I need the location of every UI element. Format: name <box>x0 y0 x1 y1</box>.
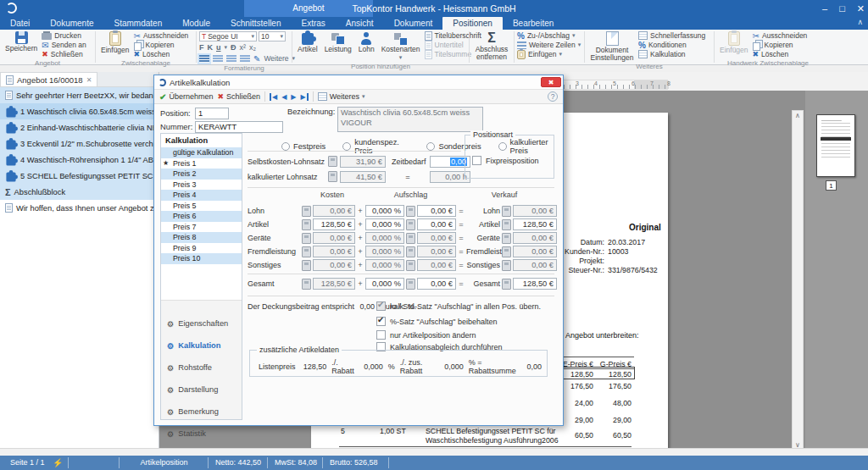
radio-kundenspez[interactable]: kundenspez. Preis <box>342 138 409 155</box>
radio-festpreis[interactable]: Festpreis <box>281 142 326 151</box>
calculator-icon[interactable] <box>406 279 415 290</box>
list-item[interactable]: 4 Waschtisch-Röhrensiphon 1 1/4" ABS ver… <box>0 152 159 168</box>
font-size-select[interactable]: 10▾ <box>259 31 286 41</box>
tab-stammdaten[interactable]: Stammdaten <box>104 17 173 30</box>
maximize-button[interactable]: □ <box>839 0 845 17</box>
tab-datei[interactable]: Datei <box>0 17 40 30</box>
list-item[interactable]: 1 Waschtisch clivia 60.5x48.5cm weiss VI… <box>0 103 159 119</box>
leistung-button[interactable]: Leistung <box>322 30 354 54</box>
nummer-field[interactable]: KERAWTT <box>195 121 283 133</box>
schnellerfassung-button[interactable]: Schnellerfassung <box>638 31 705 40</box>
calculator-icon[interactable] <box>502 260 511 271</box>
nav-statistik[interactable]: ⚙Statistik <box>161 423 242 445</box>
bold-button[interactable]: F <box>199 43 204 52</box>
list-item[interactable]: 3 Eckventil 1/2" m.Schubrosette verchrom… <box>0 135 159 152</box>
konditionen-button[interactable]: Konditionen <box>638 41 705 49</box>
calculator-icon[interactable] <box>302 233 311 244</box>
price-list-item[interactable]: Preis 6 <box>161 211 242 222</box>
next-record-button[interactable]: ▶ <box>291 93 296 101</box>
price-list-item[interactable]: Preis 4 <box>161 190 242 201</box>
first-record-button[interactable]: ◀ <box>270 93 277 101</box>
save-button[interactable]: Speichern <box>3 30 40 53</box>
price-list-item[interactable]: Preis 2 <box>161 169 242 180</box>
tab-bearbeiten[interactable]: Bearbeiten <box>503 17 564 30</box>
align-left-button[interactable] <box>199 55 209 63</box>
calculator-icon[interactable] <box>406 260 415 271</box>
kostenarten-button[interactable]: Kostenarten▾ <box>379 30 423 62</box>
calculator-icon[interactable] <box>302 246 311 257</box>
list-item[interactable]: 2 Einhand-Waschtischbatterie clivia NEU … <box>0 119 159 135</box>
calculator-icon[interactable] <box>302 206 311 217</box>
calculator-icon[interactable] <box>406 233 415 244</box>
send-button[interactable]: Senden an <box>42 41 86 49</box>
close-button[interactable]: ✕ <box>857 0 865 17</box>
align-right-button[interactable] <box>226 55 236 63</box>
price-list-item[interactable]: ★Preis 1 <box>161 158 242 169</box>
weitere-zeilen-button[interactable]: Weitere Zeilen▾ <box>517 41 581 49</box>
list-item[interactable]: ΣAbschlußblock <box>0 184 159 200</box>
tab-schnittstellen[interactable]: Schnittstellen <box>220 17 291 30</box>
copy-button[interactable]: Kopieren <box>134 41 189 49</box>
dokument-einstellungen-button[interactable]: Dokument Einstellungen <box>587 30 637 62</box>
calculator-icon[interactable] <box>328 171 337 182</box>
apply-button[interactable]: ✔Übernehmen <box>159 92 213 102</box>
align-justify-button[interactable] <box>240 55 250 63</box>
handwerk-cut-button[interactable]: Ausschneiden <box>753 31 808 40</box>
close-document-button[interactable]: Schließen <box>42 50 86 58</box>
font-family-select[interactable]: TSegoe UI▾ <box>199 31 257 41</box>
nav-kalkulation[interactable]: ⚙Kalkulation <box>161 335 242 357</box>
tab-ansicht[interactable]: Ansicht <box>336 17 384 30</box>
kalk-lohnsatz-field[interactable]: 41,50 € <box>340 171 386 183</box>
price-list-item[interactable]: Preis 3 <box>161 180 242 191</box>
selbstkosten-field[interactable]: 31,90 € <box>340 156 386 168</box>
nav-rohstoffe[interactable]: ⚙Rohstoffe <box>161 357 242 379</box>
calculator-icon[interactable] <box>406 206 415 217</box>
tab-positionen[interactable]: Positionen <box>442 17 503 30</box>
price-list-item[interactable]: Preis 8 <box>161 232 242 243</box>
fixpreis-checkbox[interactable] <box>472 156 481 165</box>
strike-button[interactable]: Đ <box>231 43 236 52</box>
pen-icon[interactable] <box>253 54 260 64</box>
price-list-item[interactable]: Preis 9 <box>161 243 242 254</box>
calculator-icon[interactable] <box>502 219 511 230</box>
handwerk-copy-button[interactable]: Kopieren <box>753 41 808 49</box>
nav-darstellung[interactable]: ⚙Darstellung <box>161 379 242 401</box>
tab-close-icon[interactable]: ✕ <box>86 76 92 84</box>
calculator-icon[interactable] <box>502 206 511 217</box>
price-list-item[interactable]: gültige Kalkulation <box>161 147 242 158</box>
superscript-button[interactable]: x² <box>240 43 247 52</box>
abschluss-entfernen-button[interactable]: Abschluss entfernen <box>472 30 511 61</box>
underline-button[interactable]: u <box>216 43 221 52</box>
artikel-button[interactable]: Artikel <box>295 30 320 54</box>
calculator-icon[interactable] <box>406 246 415 257</box>
position-field[interactable]: 1 <box>195 108 229 119</box>
tab-extras[interactable]: Extras <box>292 17 336 30</box>
align-center-button[interactable] <box>213 55 223 63</box>
zu-abschlag-button[interactable]: Zu-/Abschlag▾ <box>517 31 581 40</box>
calculator-icon[interactable] <box>502 279 511 290</box>
calculator-icon[interactable] <box>302 260 311 271</box>
subscript-button[interactable]: x₂ <box>249 43 256 52</box>
list-item[interactable]: Wir hoffen, dass Ihnen unser Angebot zus… <box>0 200 159 216</box>
calculator-icon[interactable] <box>502 246 511 257</box>
calculator-icon[interactable] <box>302 219 311 230</box>
checkbox-nur-artikel[interactable]: nur Artikelposition ändern <box>376 330 476 340</box>
dialog-close-action-button[interactable]: Schließen <box>217 92 260 101</box>
calculator-icon[interactable] <box>406 219 415 230</box>
einfuegen-zeilen-button[interactable]: Einfügen▾ <box>517 50 581 58</box>
calculator-icon[interactable] <box>502 233 511 244</box>
handwerk-delete-button[interactable]: Löschen <box>753 50 808 58</box>
document-tab[interactable]: Angebot 16/00018 ✕ <box>0 72 97 86</box>
dialog-close-button[interactable]: ✖ <box>541 77 561 87</box>
checkbox-uebernehmen[interactable]: kalk. %-Satz "Aufschlag" in allen Pos. ü… <box>376 301 541 311</box>
nav-bemerkung[interactable]: ⚙Bemerkung <box>161 401 242 423</box>
nav-eigenschaften[interactable]: ⚙Eigenschaften <box>161 312 242 335</box>
calculator-icon[interactable] <box>302 279 311 290</box>
weiteres-menu-button[interactable]: Weiteres▾ <box>318 92 365 101</box>
delete-button[interactable]: Löschen <box>134 50 189 58</box>
paste-button[interactable]: Einfügen <box>98 30 132 55</box>
page-thumbnail[interactable] <box>816 114 855 177</box>
kalkulation-button[interactable]: Kalkulation <box>638 50 705 58</box>
list-item[interactable]: Sehr geehrter Herr BeetzXX, wir bedanken… <box>0 87 159 103</box>
preview-scrollbar[interactable]: ∧ ∨ <box>792 110 804 451</box>
